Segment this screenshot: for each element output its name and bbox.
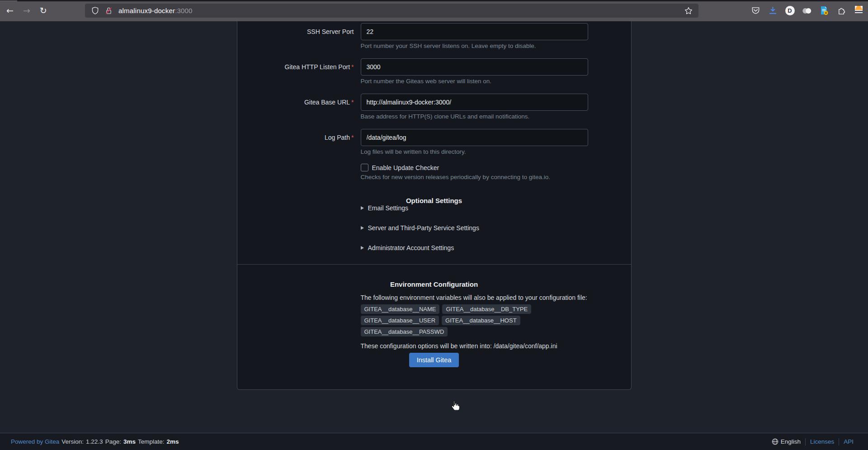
pocket-icon[interactable]	[750, 5, 761, 16]
version-value: 1.22.3	[86, 438, 103, 445]
gitea-install-page: SSH Server Port Port number your SSH ser…	[0, 21, 868, 450]
extension-d-icon[interactable]: D	[784, 5, 795, 16]
field-log-path: Log Path* Log files will be written to t…	[244, 129, 625, 156]
env-var-tag: GITEA__database__DB_TYPE	[442, 304, 531, 314]
section-divider	[237, 264, 631, 265]
language-menu[interactable]: English	[772, 438, 801, 445]
bookmark-star-icon[interactable]	[683, 5, 694, 16]
downloads-icon[interactable]	[767, 5, 778, 16]
menu-alert-badge	[855, 6, 863, 10]
url-port: :3000	[175, 7, 193, 14]
caret-right-icon	[361, 206, 364, 210]
back-button[interactable]: ←	[6, 4, 14, 17]
required-marker: *	[351, 134, 354, 141]
http-port-help: Port number the Giteas web server will l…	[361, 78, 588, 85]
licenses-link[interactable]: Licenses	[810, 438, 834, 445]
version-label: Version:	[61, 438, 84, 445]
optional-settings-heading: Optional Settings	[244, 197, 625, 204]
env-var-tag: GITEA__database__HOST	[442, 316, 520, 325]
tracking-shield-icon[interactable]	[90, 5, 100, 16]
tab-strip-sliver	[0, 0, 17, 1]
url-bar[interactable]: almalinux9-docker:3000	[85, 4, 698, 18]
base-url-label: Gitea Base URL*	[244, 94, 354, 111]
extensions-puzzle-icon[interactable]	[836, 5, 847, 16]
base-url-input[interactable]	[361, 94, 588, 111]
log-path-label: Log Path*	[244, 129, 354, 146]
extension-circles-icon[interactable]	[802, 5, 812, 16]
insecure-lock-icon[interactable]	[103, 5, 114, 16]
forward-button[interactable]: →	[23, 4, 30, 17]
required-marker: *	[351, 63, 354, 71]
ssh-port-help: Port number your SSH server listens on. …	[361, 43, 588, 50]
log-path-help: Log files will be written to this direct…	[361, 149, 588, 156]
page-time-value: 3ms	[123, 438, 136, 445]
globe-icon	[772, 438, 778, 445]
extension-document-icon[interactable]	[819, 5, 830, 16]
log-path-input[interactable]	[361, 129, 588, 146]
http-port-input[interactable]	[361, 58, 588, 76]
page-time-label: Page:	[105, 438, 121, 445]
powered-by-link[interactable]: Powered by Gitea	[11, 438, 59, 445]
footer-divider	[805, 438, 806, 445]
caret-right-icon	[361, 226, 364, 230]
env-var-tag: GITEA__database__PASSWD	[361, 327, 448, 336]
env-outro-text: These configuration options will be writ…	[361, 342, 625, 350]
http-port-label: Gitea HTTP Listen Port*	[244, 58, 354, 76]
base-url-help: Base address for HTTP(S) clone URLs and …	[361, 114, 588, 120]
update-checker-checkbox[interactable]	[361, 164, 368, 171]
page-footer: Powered by Gitea Version: 1.22.3 Page: 3…	[0, 433, 868, 450]
env-var-tag: GITEA__database__NAME	[361, 304, 440, 314]
required-marker: *	[351, 99, 354, 106]
field-ssh-port: SSH Server Port Port number your SSH ser…	[244, 23, 625, 50]
menu-icon[interactable]	[853, 5, 864, 16]
update-checker-help: Checks for new version releases periodic…	[361, 174, 625, 180]
section-email-settings[interactable]: Email Settings	[361, 204, 625, 212]
field-base-url: Gitea Base URL* Base address for HTTP(S)…	[244, 94, 625, 120]
env-var-tags: GITEA__database__NAME GITEA__database__D…	[361, 304, 588, 336]
install-gitea-button[interactable]: Install Gitea	[409, 353, 459, 367]
install-form-panel: SSH Server Port Port number your SSH ser…	[237, 21, 632, 390]
template-time-label: Template:	[138, 438, 165, 445]
update-checker-label: Enable Update Checker	[372, 164, 439, 171]
reload-button[interactable]: ↻	[40, 4, 47, 17]
ssh-port-label: SSH Server Port	[244, 23, 354, 40]
url-text: almalinux9-docker:3000	[118, 7, 193, 14]
footer-divider	[839, 438, 839, 445]
env-intro-text: The following environment variables will…	[361, 294, 625, 301]
ssh-port-input[interactable]	[361, 23, 588, 40]
update-checker-row[interactable]: Enable Update Checker	[361, 164, 625, 171]
mouse-cursor	[449, 399, 462, 414]
api-link[interactable]: API	[844, 438, 854, 445]
environment-configuration-heading: Environment Configuration	[244, 280, 625, 288]
section-admin-settings[interactable]: Administrator Account Settings	[361, 244, 625, 251]
env-var-tag: GITEA__database__USER	[361, 316, 439, 325]
field-http-port: Gitea HTTP Listen Port* Port number the …	[244, 58, 625, 85]
caret-right-icon	[361, 246, 364, 250]
template-time-value: 2ms	[166, 438, 179, 445]
browser-toolbar: ← → ↻ almalinux9-docker:3000 D	[0, 0, 868, 21]
section-server-settings[interactable]: Server and Third-Party Service Settings	[361, 224, 625, 232]
